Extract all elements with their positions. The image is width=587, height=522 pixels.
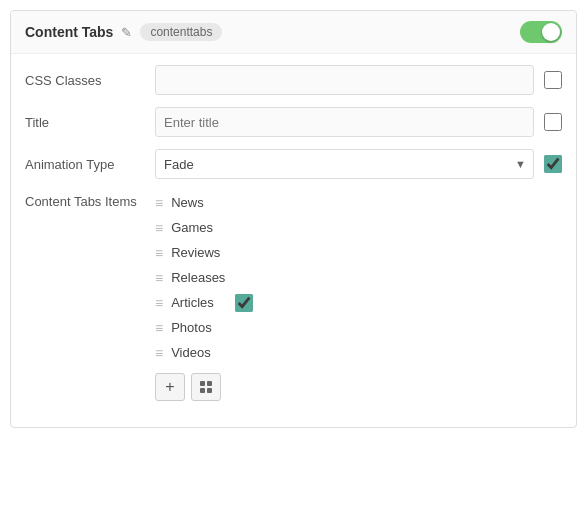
list-item[interactable]: ≡ Games <box>155 215 225 240</box>
item-text: Releases <box>171 270 225 285</box>
toggle-slider <box>520 21 562 43</box>
widget-container: Content Tabs ✎ contenttabs CSS Classes T… <box>10 10 577 428</box>
items-main: ≡ News ≡ Games ≡ Reviews ≡ <box>155 190 225 401</box>
title-label: Title <box>25 115 155 130</box>
items-checkbox-col <box>225 190 253 312</box>
css-classes-label: CSS Classes <box>25 73 155 88</box>
add-item-button[interactable]: + <box>155 373 185 401</box>
title-input[interactable] <box>155 107 534 137</box>
items-row-wrapper: ≡ News ≡ Games ≡ Reviews ≡ <box>155 190 253 401</box>
enabled-toggle[interactable] <box>520 21 562 43</box>
drag-handle-icon: ≡ <box>155 196 163 210</box>
item-text: Reviews <box>171 245 220 260</box>
item-text: Photos <box>171 320 211 335</box>
widget-tag: contenttabs <box>140 23 222 41</box>
animation-row: Animation Type Fade Slide None ▼ <box>25 148 562 180</box>
item-text: Games <box>171 220 213 235</box>
item-text: Videos <box>171 345 211 360</box>
edit-icon[interactable]: ✎ <box>121 25 132 40</box>
animation-select[interactable]: Fade Slide None <box>155 149 534 179</box>
drag-handle-icon: ≡ <box>155 246 163 260</box>
item-text: Articles <box>171 295 214 310</box>
drag-handle-icon: ≡ <box>155 321 163 335</box>
animation-checkbox[interactable] <box>544 155 562 173</box>
css-classes-row: CSS Classes <box>25 64 562 96</box>
title-row: Title <box>25 106 562 138</box>
list-item[interactable]: ≡ News <box>155 190 225 215</box>
form-body: CSS Classes Title Animation Type Fade Sl… <box>11 54 576 401</box>
list-item[interactable]: ≡ Reviews <box>155 240 225 265</box>
drag-handle-icon: ≡ <box>155 296 163 310</box>
items-actions: + <box>155 373 225 401</box>
items-checkbox[interactable] <box>235 294 253 312</box>
items-label: Content Tabs Items <box>25 190 155 209</box>
animation-select-wrapper: Fade Slide None ▼ <box>155 149 534 179</box>
list-item[interactable]: ≡ Photos <box>155 315 225 340</box>
items-row: Content Tabs Items ≡ News ≡ Games ≡ <box>25 190 562 401</box>
grid-view-button[interactable] <box>191 373 221 401</box>
grid-icon <box>200 381 212 393</box>
animation-label: Animation Type <box>25 157 155 172</box>
item-text: News <box>171 195 204 210</box>
css-classes-input[interactable] <box>155 65 534 95</box>
list-item[interactable]: ≡ Releases <box>155 265 225 290</box>
drag-handle-icon: ≡ <box>155 346 163 360</box>
widget-title: Content Tabs <box>25 24 113 40</box>
css-classes-checkbox[interactable] <box>544 71 562 89</box>
list-item[interactable]: ≡ Articles <box>155 290 225 315</box>
drag-handle-icon: ≡ <box>155 271 163 285</box>
drag-handle-icon: ≡ <box>155 221 163 235</box>
widget-header: Content Tabs ✎ contenttabs <box>11 11 576 54</box>
items-list: ≡ News ≡ Games ≡ Reviews ≡ <box>155 190 225 365</box>
title-checkbox[interactable] <box>544 113 562 131</box>
list-item[interactable]: ≡ Videos <box>155 340 225 365</box>
